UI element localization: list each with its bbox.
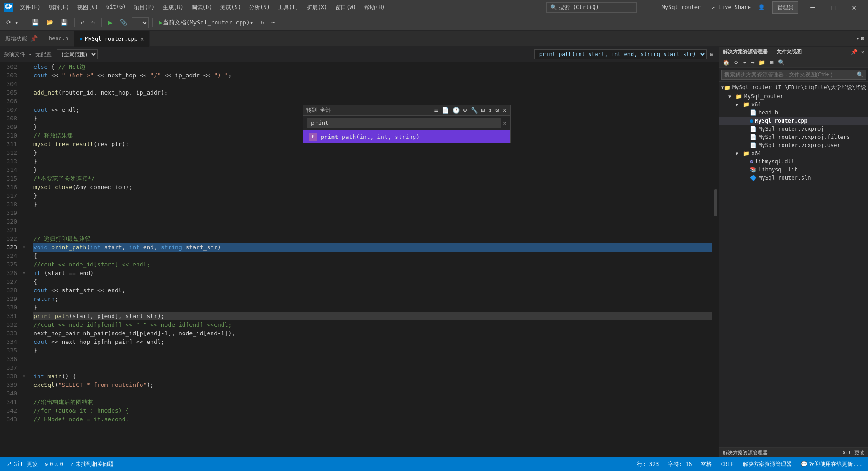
se-pin-icon[interactable]: 📌 bbox=[851, 49, 858, 55]
toolbar-current-doc[interactable]: ▶ 当前文档(MySql_router.cpp) ▾ bbox=[156, 18, 256, 28]
tab-mysql-router-cpp[interactable]: ● MySql_router.cpp ✕ bbox=[74, 31, 150, 47]
ac-close-icon[interactable]: ✕ bbox=[501, 106, 508, 114]
function-dropdown[interactable]: print_path(int start, int end, string st… bbox=[534, 49, 707, 59]
tree-item-label: libmysql.lib bbox=[759, 167, 798, 173]
tree-item-mysqlrouter[interactable]: ▼ 📁 MySql_router bbox=[719, 92, 868, 100]
editor-scrollbar[interactable] bbox=[712, 62, 719, 457]
se-home-icon[interactable]: 🏠 bbox=[721, 58, 731, 67]
toolbar-refresh[interactable]: ↻ bbox=[258, 18, 267, 27]
manage-button[interactable]: 管理员 bbox=[772, 1, 798, 14]
tab-new-features[interactable]: 新增功能 📌 bbox=[0, 31, 43, 47]
tab-pin-icon[interactable]: 📌 bbox=[30, 35, 38, 42]
status-language[interactable]: 解决方案资源管理器 bbox=[741, 461, 793, 468]
live-share-button[interactable]: ↗ Live Share bbox=[712, 4, 751, 10]
menu-build[interactable]: 生成(B) bbox=[159, 3, 187, 12]
status-errors[interactable]: ⊘ 0 ⚠ 0 bbox=[43, 461, 65, 467]
status-encoding[interactable]: CRLF bbox=[719, 461, 736, 467]
tree-item-root[interactable]: ▼ 📁 MySql_router (I:\FDir\bigFile\大学毕设\毕… bbox=[719, 83, 868, 92]
tree-item-x64-1[interactable]: ▼ 📁 x64 bbox=[719, 100, 868, 109]
config-select[interactable]: 无配置 bbox=[132, 17, 149, 28]
toolbar-open[interactable]: 📂 bbox=[43, 18, 56, 27]
maximize-button[interactable]: □ bbox=[823, 0, 844, 14]
ac-clock-icon[interactable]: 🕐 bbox=[451, 106, 461, 114]
status-char[interactable]: 字符: 16 bbox=[666, 461, 694, 468]
ac-input-clear-icon[interactable]: ✕ bbox=[503, 119, 507, 127]
tree-item-dll[interactable]: ⚙ libmysql.dll bbox=[719, 157, 868, 166]
status-git[interactable]: ⎇ Git 更改 bbox=[4, 461, 39, 468]
menu-debug[interactable]: 调试(D) bbox=[188, 3, 216, 12]
tab-head-h[interactable]: head.h bbox=[43, 31, 74, 47]
toolbar-redo[interactable]: ↪ bbox=[89, 18, 98, 27]
git-icon: ⎇ bbox=[5, 461, 12, 467]
se-git-label[interactable]: Git 更改 bbox=[843, 449, 865, 456]
toolbar-run[interactable]: ▶ bbox=[105, 17, 115, 28]
tree-item-label: MySql_router.cpp bbox=[755, 118, 807, 124]
toolbar-save[interactable]: 💾 bbox=[58, 18, 71, 27]
tab-list-icon[interactable]: ▾ bbox=[856, 35, 859, 42]
toolbar-attach[interactable]: 📎 bbox=[117, 18, 130, 27]
tree-item-x64-2[interactable]: ▼ 📁 x64 bbox=[719, 149, 868, 157]
se-folder-icon[interactable]: 📁 bbox=[757, 58, 767, 67]
menu-extensions[interactable]: 扩展(X) bbox=[303, 3, 331, 12]
scrollbar-thumb[interactable] bbox=[714, 189, 717, 216]
menu-git[interactable]: Git(G) bbox=[103, 3, 129, 12]
split-icon[interactable]: ⊞ bbox=[708, 51, 715, 57]
menu-view[interactable]: 视图(V) bbox=[74, 3, 102, 12]
ac-grid-icon[interactable]: ⊞ bbox=[480, 106, 486, 114]
tree-item-vcxproj[interactable]: 📄 MySql_router.vcxproj bbox=[719, 125, 868, 133]
se-sync-icon[interactable]: ⟳ bbox=[732, 58, 741, 67]
toolbar-new[interactable]: ⟳ ▾ bbox=[4, 18, 21, 27]
menu-tools[interactable]: 工具(T) bbox=[274, 3, 302, 12]
se-back-icon[interactable]: ← bbox=[741, 58, 748, 67]
tree-item-filters[interactable]: 📄 MySql_router.vcxproj.filters bbox=[719, 133, 868, 141]
tab-close-button[interactable]: ✕ bbox=[140, 35, 144, 43]
tree-item-user[interactable]: 📄 MySql_router.vcxproj.user bbox=[719, 141, 868, 149]
user-avatar-icon[interactable]: 👤 bbox=[755, 4, 769, 10]
minimize-button[interactable]: ─ bbox=[802, 0, 823, 14]
menu-window[interactable]: 窗口(W) bbox=[332, 3, 360, 12]
status-feedback[interactable]: 💬 欢迎使用在线更新... bbox=[799, 461, 864, 468]
ac-member-icon[interactable]: ⊕ bbox=[462, 106, 468, 114]
tree-item-sln[interactable]: 🔷 MySql_router.sln bbox=[719, 174, 868, 182]
toolbar-sep-1 bbox=[25, 18, 25, 27]
menu-file[interactable]: 文件(F) bbox=[16, 3, 44, 12]
toolbar-undo[interactable]: ↩ bbox=[78, 18, 87, 27]
se-close-icon[interactable]: ✕ bbox=[861, 49, 864, 55]
se-search-input[interactable] bbox=[721, 70, 866, 80]
toolbar-save-all[interactable]: 💾 bbox=[29, 18, 42, 27]
menu-analyze[interactable]: 分析(N) bbox=[245, 3, 274, 12]
status-position[interactable]: 行: 323 bbox=[635, 461, 660, 468]
split-editor-icon[interactable]: ⊟ bbox=[861, 35, 864, 42]
autocomplete-input[interactable] bbox=[307, 118, 501, 128]
status-no-issues[interactable]: ✓ 未找到相关问题 bbox=[69, 461, 115, 468]
menu-test[interactable]: 测试(S) bbox=[217, 3, 245, 12]
menu-project[interactable]: 项目(P) bbox=[130, 3, 158, 12]
tree-item-label: MySql_router.vcxproj.user bbox=[759, 142, 840, 148]
status-spaces[interactable]: 空格 bbox=[699, 461, 713, 468]
global-search[interactable]: 🔍 搜索 (Ctrl+Q) bbox=[546, 2, 637, 13]
file-icon: 📄 bbox=[750, 109, 757, 116]
se-filter-icon[interactable]: 🔍 bbox=[776, 58, 787, 67]
ac-item-print-path[interactable]: f print_path(int, int, string) bbox=[303, 130, 510, 143]
warning-count: 0 bbox=[60, 461, 63, 467]
scope-dropdown[interactable]: (全局范围) bbox=[57, 49, 98, 59]
ac-sort-icon[interactable]: ↕ bbox=[487, 106, 494, 114]
se-forward-icon[interactable]: → bbox=[749, 58, 756, 67]
ac-lines-icon[interactable]: ≡ bbox=[433, 106, 439, 114]
tree-item-lib[interactable]: 📚 libmysql.lib bbox=[719, 166, 868, 174]
tree-item-mysql-cpp[interactable]: ● MySql_router.cpp bbox=[719, 117, 868, 125]
ac-settings-icon[interactable]: ⚙ bbox=[494, 106, 500, 114]
menu-help[interactable]: 帮助(H) bbox=[361, 3, 389, 12]
tree-item-head-h[interactable]: 📄 head.h bbox=[719, 109, 868, 117]
ac-filter-icon[interactable]: 🔧 bbox=[469, 106, 479, 114]
expand-icon: ▼ bbox=[728, 94, 736, 99]
toolbar-more[interactable]: ⋯ bbox=[269, 18, 278, 27]
se-collapse-icon[interactable]: ⊞ bbox=[768, 58, 775, 67]
menu-edit[interactable]: 编辑(E) bbox=[45, 3, 73, 12]
se-title: 解决方案资源管理器 - 文件夹视图 bbox=[723, 48, 849, 55]
ac-page-icon[interactable]: 📄 bbox=[440, 106, 450, 114]
code-editor[interactable]: 302 303 304 305 306 307 308 309 310 311 … bbox=[0, 62, 719, 457]
status-bar: ⎇ Git 更改 ⊘ 0 ⚠ 0 ✓ 未找到相关问题 行: 323 字符: 16… bbox=[0, 457, 868, 471]
toolbar: ⟳ ▾ 💾 📂 💾 ↩ ↪ ▶ 📎 无配置 ▶ 当前文档(MySql_route… bbox=[0, 14, 868, 31]
close-button[interactable]: ✕ bbox=[844, 0, 864, 14]
